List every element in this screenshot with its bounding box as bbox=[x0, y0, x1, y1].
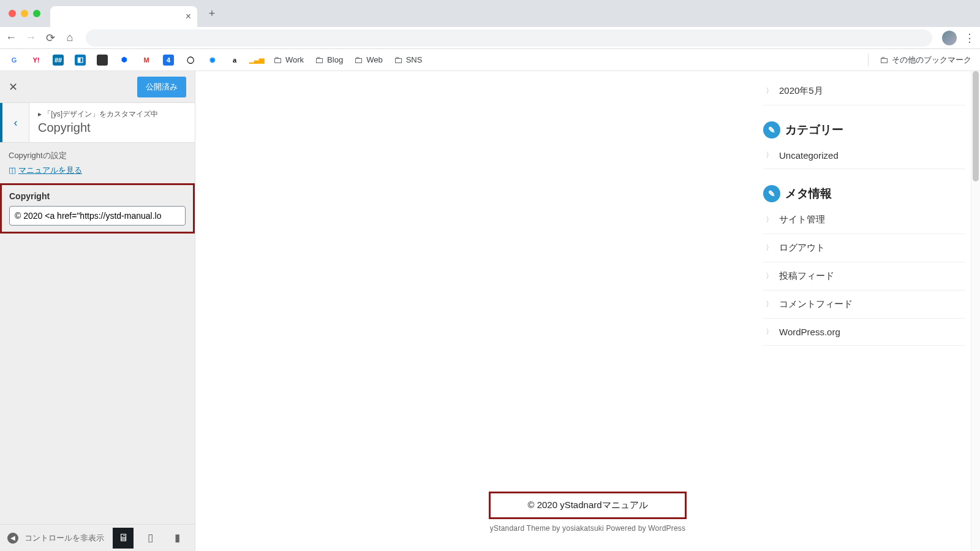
preview-scrollbar[interactable] bbox=[971, 71, 980, 551]
copyright-field-label: Copyright bbox=[9, 191, 186, 201]
scrollbar-thumb[interactable] bbox=[973, 71, 979, 181]
customizer-header: ✕ 公開済み bbox=[0, 71, 195, 103]
list-item[interactable]: 〉コメントフィード bbox=[763, 291, 965, 319]
window-titlebar: × + bbox=[0, 0, 980, 27]
device-tablet-button[interactable]: ▯ bbox=[140, 528, 160, 549]
bookmark-folder-blog[interactable]: 🗀Blog bbox=[315, 55, 343, 65]
bookmark-github[interactable]: ◯ bbox=[185, 55, 196, 66]
customizer-preview: 〉2020年5月 ✎ カテゴリー 〉Uncategorized ✎ メタ情報 〉… bbox=[195, 71, 980, 551]
section-description: Copyrightの設定 bbox=[0, 143, 195, 165]
back-button[interactable]: ← bbox=[5, 31, 17, 44]
maximize-window-button[interactable] bbox=[33, 10, 40, 17]
chevron-right-icon: 〉 bbox=[766, 86, 773, 96]
bookmark-google[interactable]: G bbox=[9, 55, 20, 66]
collapse-controls-icon[interactable]: ◀ bbox=[7, 533, 18, 544]
bookmark-amazon[interactable]: a bbox=[229, 55, 240, 66]
device-desktop-button[interactable]: 🖥 bbox=[113, 528, 134, 549]
folder-icon: 🗀 bbox=[354, 55, 363, 65]
widget-title-categories: ✎ カテゴリー bbox=[763, 121, 965, 139]
pencil-icon[interactable]: ✎ bbox=[763, 121, 780, 139]
publish-button[interactable]: 公開済み bbox=[137, 77, 186, 97]
browser-tab[interactable]: × bbox=[50, 6, 197, 27]
chevron-right-icon: 〉 bbox=[766, 150, 773, 161]
manual-link[interactable]: マニュアルを見る bbox=[18, 165, 82, 175]
pencil-icon[interactable]: ✎ bbox=[763, 185, 780, 202]
list-item[interactable]: 〉2020年5月 bbox=[763, 77, 965, 105]
widget-meta-list: 〉サイト管理 〉ログアウト 〉投稿フィード 〉コメントフィード 〉WordPre… bbox=[763, 206, 965, 346]
chevron-right-icon: 〉 bbox=[766, 299, 773, 310]
bookmark-analytics[interactable]: ▁▃▅ bbox=[251, 55, 262, 66]
bookmark-folder-web[interactable]: 🗀Web bbox=[354, 55, 383, 65]
chevron-right-icon: 〉 bbox=[766, 243, 773, 253]
widget-title-meta: ✎ メタ情報 bbox=[763, 185, 965, 202]
bookmark-hash[interactable]: ## bbox=[53, 55, 64, 66]
widget-archive-list: 〉2020年5月 bbox=[763, 77, 965, 105]
new-tab-button[interactable]: + bbox=[203, 7, 221, 20]
preview-footer: © 2020 yStadnardマニュアル yStandard Theme by… bbox=[195, 492, 980, 533]
customizer-sidebar: ✕ 公開済み ‹ ▸ 「[ys]デザイン」をカスタマイズ中 Copyright … bbox=[0, 71, 195, 551]
footer-copyright-text: © 2020 yStadnardマニュアル bbox=[527, 500, 647, 510]
bookmark-screen[interactable]: ▬ bbox=[97, 55, 108, 66]
close-customizer-button[interactable]: ✕ bbox=[9, 80, 18, 94]
folder-icon: 🗀 bbox=[273, 55, 282, 65]
device-mobile-button[interactable]: ▮ bbox=[167, 528, 187, 549]
breadcrumb-text: ▸ 「[ys]デザイン」をカスタマイズ中 bbox=[38, 109, 158, 120]
folder-icon: 🗀 bbox=[880, 55, 889, 65]
book-icon: ◫ bbox=[9, 165, 16, 175]
customizer-footer: ◀ コントロールを非表示 🖥 ▯ ▮ bbox=[0, 524, 195, 551]
chevron-right-icon: 〉 bbox=[766, 327, 773, 337]
browser-toolbar: ← → ⟳ ⌂ ⋮ bbox=[0, 27, 980, 49]
home-button[interactable]: ⌂ bbox=[64, 31, 76, 44]
footer-credit-text: yStandard Theme by yosiakatsuki Powered … bbox=[195, 524, 980, 533]
close-window-button[interactable] bbox=[9, 10, 16, 17]
bookmark-calendar[interactable]: 4 bbox=[163, 55, 174, 66]
reload-button[interactable]: ⟳ bbox=[44, 31, 56, 45]
other-bookmarks[interactable]: 🗀その他のブックマーク bbox=[880, 55, 971, 66]
manual-link-row: ◫マニュアルを見る bbox=[0, 165, 195, 183]
chevron-right-icon: 〉 bbox=[766, 215, 773, 225]
widget-categories-list: 〉Uncategorized bbox=[763, 142, 965, 169]
folder-icon: 🗀 bbox=[394, 55, 403, 65]
chevron-right-icon: 〉 bbox=[766, 271, 773, 281]
bookmarks-separator bbox=[868, 54, 869, 66]
bookmark-dropbox[interactable]: ⬢ bbox=[119, 55, 130, 66]
bookmark-folder-work[interactable]: 🗀Work bbox=[273, 55, 304, 65]
folder-icon: 🗀 bbox=[315, 55, 324, 65]
bookmark-messenger[interactable]: ◉ bbox=[207, 55, 218, 66]
footer-copyright-highlight: © 2020 yStadnardマニュアル bbox=[489, 492, 686, 519]
list-item[interactable]: 〉サイト管理 bbox=[763, 206, 965, 234]
bookmark-trello[interactable]: ◧ bbox=[75, 55, 86, 66]
list-item[interactable]: 〉Uncategorized bbox=[763, 142, 965, 169]
traffic-lights bbox=[9, 10, 40, 17]
bookmark-folder-sns[interactable]: 🗀SNS bbox=[394, 55, 423, 65]
address-bar[interactable] bbox=[86, 29, 932, 47]
copyright-field-highlight: Copyright bbox=[0, 183, 195, 234]
minimize-window-button[interactable] bbox=[21, 10, 28, 17]
bookmark-gmail[interactable]: M bbox=[141, 55, 152, 66]
tab-close-icon[interactable]: × bbox=[186, 11, 191, 22]
bookmarks-bar: G Y! ## ◧ ▬ ⬢ M 4 ◯ ◉ a ▁▃▅ 🗀Work 🗀Blog … bbox=[0, 49, 980, 71]
list-item[interactable]: 〉ログアウト bbox=[763, 234, 965, 262]
list-item[interactable]: 〉投稿フィード bbox=[763, 262, 965, 291]
copyright-input[interactable] bbox=[9, 206, 186, 226]
customizer-breadcrumb-row: ‹ ▸ 「[ys]デザイン」をカスタマイズ中 Copyright bbox=[0, 103, 195, 143]
back-section-button[interactable]: ‹ bbox=[0, 103, 29, 142]
bookmark-yahoo[interactable]: Y! bbox=[31, 55, 42, 66]
section-title: Copyright bbox=[38, 121, 158, 135]
hide-controls-label[interactable]: コントロールを非表示 bbox=[24, 533, 107, 544]
browser-menu-icon[interactable]: ⋮ bbox=[964, 31, 975, 45]
profile-avatar[interactable] bbox=[942, 31, 957, 45]
sidebar-widgets: 〉2020年5月 ✎ カテゴリー 〉Uncategorized ✎ メタ情報 〉… bbox=[763, 77, 965, 346]
list-item[interactable]: 〉WordPress.org bbox=[763, 319, 965, 346]
forward-button[interactable]: → bbox=[24, 31, 37, 44]
